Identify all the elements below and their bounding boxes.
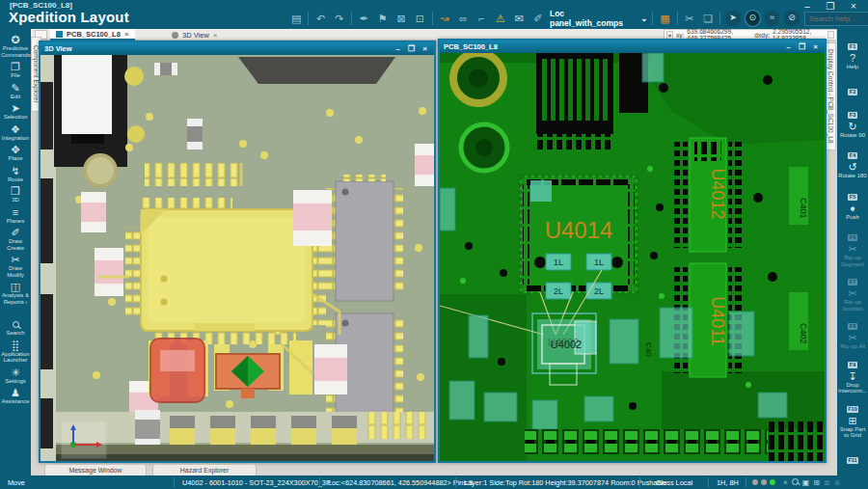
rail-item-draw-create[interactable]: ✐Draw Create (0, 227, 31, 251)
rail-item-settings[interactable]: ✳Settings (0, 367, 31, 385)
minimize-icon[interactable]: – (393, 44, 403, 54)
layout-window-titlebar[interactable]: PCB_SC100_L8 – ❐ × (440, 41, 825, 53)
maximize-icon[interactable]: ❐ (797, 42, 807, 52)
left-command-rail: ✪Predictive Commands ❐File ✎Edit ➤Select… (0, 29, 31, 475)
link-icon[interactable]: ∞ (456, 11, 470, 26)
close-icon[interactable]: × (213, 31, 218, 40)
coords-options-button[interactable] (827, 31, 834, 39)
svg-text:2L: 2L (594, 286, 604, 296)
rail-item-3d[interactable]: ❒3D (0, 185, 31, 204)
cube-icon: ❒ (0, 185, 31, 197)
rail-item-f11[interactable]: F11 (837, 448, 868, 466)
rail-item-predictive-commands[interactable]: ✪Predictive Commands (0, 34, 31, 58)
rail-item-place[interactable]: ✥Place (0, 144, 31, 162)
fit-view-icon[interactable]: ⊞ (811, 478, 822, 487)
waves-icon[interactable]: ≋ (832, 478, 843, 487)
route-mode-icon[interactable]: ↝ (438, 11, 451, 26)
rail-item-draw-modify[interactable]: ✂Draw Modify (0, 254, 31, 278)
layers-icon: ≡ (0, 206, 31, 218)
list-icon[interactable]: ≣ (822, 478, 832, 487)
grid-icon[interactable]: ▦ (658, 11, 671, 26)
draw-icon[interactable]: ✐ (531, 11, 545, 26)
search-help-input[interactable] (804, 12, 868, 26)
xy-label: xy: (676, 32, 684, 39)
chevron-down-icon: ⌄ (640, 14, 647, 23)
select-mode-button[interactable]: ➤ (725, 11, 740, 26)
bend-icon[interactable]: ⌐ (475, 11, 488, 26)
rail-item-rotate-90[interactable]: F3↻Rotate 90 (837, 103, 868, 139)
soic-3d-upper[interactable] (326, 175, 403, 301)
view3d-window-titlebar[interactable]: 3D View – ❐ × (41, 42, 434, 55)
rail-item-rip-up-junction[interactable]: F7✂Rip-up Junction (837, 270, 868, 312)
flag-icon[interactable]: ⚑ (375, 11, 389, 26)
maximize-icon[interactable]: ❐ (406, 44, 417, 54)
status-part: U4002 - 6001-1010 - SOT-23_224X300X70_3P (175, 478, 319, 487)
status-grid[interactable]: 1H, 8H (709, 478, 746, 487)
status-mode: Move (0, 478, 174, 487)
toolbar-separator (351, 12, 352, 25)
window-icon[interactable]: ▣ (800, 478, 812, 487)
tab-pcb-sc100-l8[interactable]: PCB_SC100_L8 × (50, 29, 135, 41)
rail-item-drop-interconnect[interactable]: F9↧Drop Interconn... (837, 353, 868, 394)
redo-icon[interactable]: ↷ (333, 11, 346, 26)
pan-mode-button[interactable]: ⊙ (746, 11, 760, 26)
u4014-footprint[interactable]: U4014 1L 1L 2L 2L (521, 177, 637, 299)
comment-icon[interactable]: ✉ (512, 11, 526, 26)
status-dot-2 (761, 479, 767, 485)
save-icon[interactable]: ▤ (289, 11, 303, 26)
rail-item-search[interactable]: Search (0, 318, 31, 337)
rail-item-planes[interactable]: ≡Planes (0, 206, 31, 225)
drop-interconnect-icon: ↧ (837, 370, 868, 382)
zoom-icon[interactable] (790, 478, 800, 487)
status-gloss[interactable]: Gloss Local (640, 478, 708, 487)
rail-item-route[interactable]: ↯Route (0, 165, 31, 183)
rail-item-assistance[interactable]: ♟Assistance (0, 387, 31, 405)
svg-text:C402: C402 (799, 323, 808, 344)
cut-icon[interactable]: ✂ (683, 11, 696, 26)
rail-item-help[interactable]: F1?Help (837, 35, 868, 70)
rail-item-rip-up-all[interactable]: F8✂Rip-up All (837, 314, 868, 350)
toolbar-separator (308, 12, 309, 25)
copy-icon[interactable]: ❏ (701, 11, 715, 26)
main-toolbar: ▤ ↶ ↷ ✒ ⚑ ⊠ ⊡ ↝ ∞ ⌐ ⚠ ✉ ✐ Loc panel_with… (289, 10, 868, 27)
status-layer: Layer:1 Side:Top Rot:180 Height:39.37007… (456, 478, 639, 487)
pencil-icon: ✐ (0, 227, 31, 238)
rip-up-segment-icon: ✂ (837, 243, 868, 255)
minimize-icon[interactable]: – (783, 42, 794, 52)
rail-item-edit[interactable]: ✎Edit (0, 82, 31, 100)
globe-tab-icon (172, 32, 178, 39)
display-control-tab[interactable]: Display Control - PCB_SC100_L8 (826, 42, 836, 150)
view3d-window-controls: – ❐ × (393, 44, 430, 54)
rail-item-f2[interactable]: F2 (837, 80, 868, 97)
pin-icon[interactable]: ✒ (357, 11, 370, 26)
close-icon[interactable]: × (124, 30, 129, 39)
view3d-window-title: 3D View (44, 44, 72, 53)
gear-icon: ✳ (0, 367, 31, 378)
expand-caret-icon[interactable]: ˄ (781, 478, 790, 487)
push-icon: ➧ (837, 203, 868, 214)
rail-item-rotate-180[interactable]: F4↺Rotate 180 (837, 144, 868, 179)
warning-icon[interactable]: ⚠ (494, 11, 507, 26)
close-icon[interactable]: × (420, 44, 430, 54)
rail-item-integration[interactable]: ❖Integration (0, 123, 31, 142)
rail-item-selection[interactable]: ➤Selection (0, 102, 31, 121)
status-indicator-dots (746, 479, 781, 485)
lock-icon[interactable]: ⊠ (394, 11, 408, 26)
rail-item-file[interactable]: ❐File (0, 61, 31, 79)
wave-mode-button[interactable]: ≈ (765, 11, 779, 26)
disable-mode-button[interactable]: ⊘ (784, 11, 799, 26)
close-icon[interactable]: × (810, 42, 821, 52)
loc-scheme-dropdown[interactable]: Loc panel_with_comps ⌄ (550, 9, 647, 28)
rail-item-analysis-reports[interactable]: ◫Analysis & Reports › (0, 281, 31, 305)
tab-3d-view[interactable]: 3D View × (166, 29, 223, 41)
undo-icon[interactable]: ↶ (313, 11, 327, 26)
selected-part-red[interactable] (149, 339, 208, 402)
u4012-footprint[interactable]: U4012 (674, 138, 742, 252)
view3d-viewport[interactable] (41, 55, 434, 461)
unlock-icon[interactable]: ⊡ (413, 11, 426, 26)
rail-item-push[interactable]: F5➧Push (837, 185, 868, 221)
rail-item-snap-part-to-grid[interactable]: F10⊞Snap Part to Grid (837, 397, 868, 439)
layout-viewport[interactable]: U4014 1L 1L 2L 2L (440, 53, 825, 461)
rail-item-rip-up-segment[interactable]: F6✂Rip-up Segment (837, 226, 868, 267)
rail-item-application-launcher[interactable]: ⣿Application Launcher (0, 340, 31, 364)
